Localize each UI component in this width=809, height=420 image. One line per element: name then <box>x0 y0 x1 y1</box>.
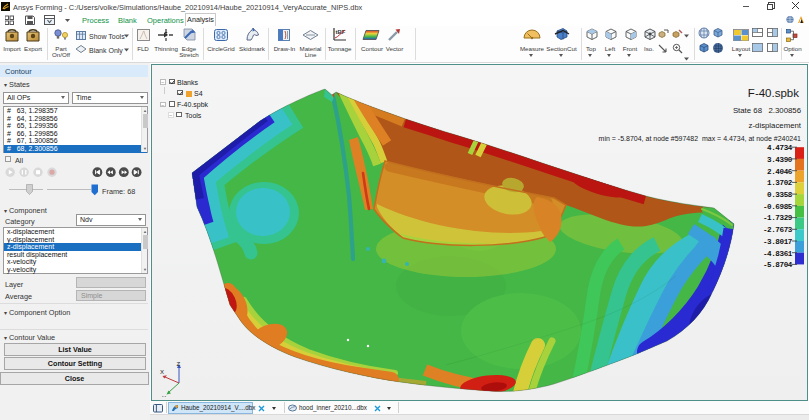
svg-text:Show Tools: Show Tools <box>89 33 125 40</box>
svg-text:Z: Z <box>177 361 181 367</box>
svg-text:Y: Y <box>162 395 166 397</box>
svg-text:X: X <box>160 369 164 375</box>
svg-text:Blank Only: Blank Only <box>89 47 123 55</box>
